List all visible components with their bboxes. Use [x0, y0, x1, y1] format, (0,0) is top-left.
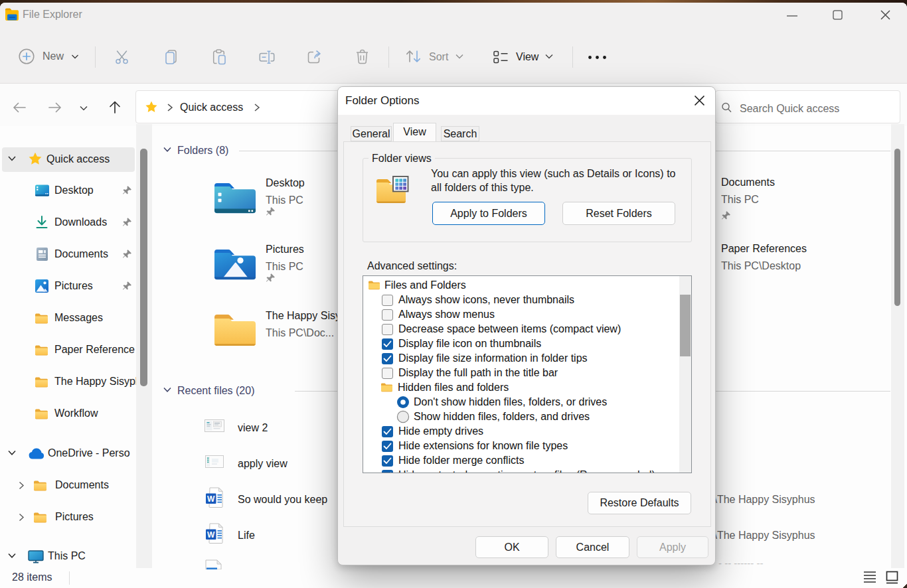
svg-text:W: W: [207, 530, 215, 540]
svg-text:W: W: [207, 494, 215, 504]
